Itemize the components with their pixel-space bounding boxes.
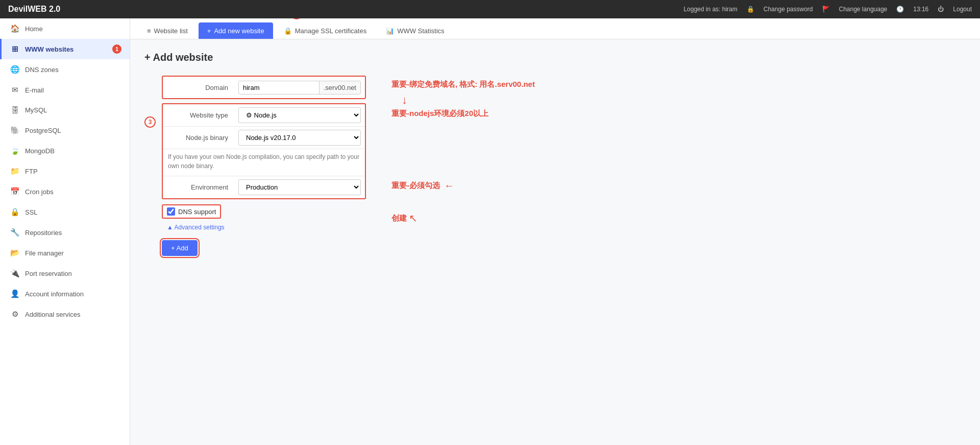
- arrow-down-1: ↓: [402, 93, 535, 107]
- annotation-text-4: 创建: [391, 214, 407, 223]
- sidebar-item-account-information[interactable]: 👤 Account information: [0, 284, 130, 304]
- tab-add-new-website[interactable]: + Add new website: [199, 22, 273, 39]
- sidebar-item-www-websites[interactable]: ⊞ WWW websites 1: [0, 39, 130, 59]
- annotation-text-2: 重要-nodejs环境必须20以上: [391, 109, 488, 118]
- home-icon: 🏠: [10, 24, 20, 33]
- ssl-icon: 🔒: [10, 207, 20, 217]
- ssl-tab-icon: 🔒: [284, 27, 292, 35]
- environment-row: Environment Production Development: [163, 176, 365, 198]
- step-2-badge: 2: [291, 18, 302, 19]
- environment-label: Environment: [163, 179, 234, 195]
- cron-icon: 📅: [10, 187, 20, 196]
- tab-label-www-statistics: WWW Statistics: [397, 27, 444, 35]
- annotation-2: 重要-nodejs环境必须20以上: [391, 109, 535, 119]
- domain-field: .serv00.net: [234, 78, 365, 98]
- stats-icon: 📊: [386, 27, 394, 35]
- dns-support-box: DNS support: [162, 204, 221, 219]
- sidebar-label-mongodb: MongoDB: [25, 147, 55, 155]
- nodejs-binary-row: Node.js binary Node.js v20.17.0 Node.js …: [163, 127, 365, 149]
- environment-select[interactable]: Production Development: [238, 179, 361, 195]
- sidebar-label-email: E-mail: [25, 86, 44, 94]
- flag-icon: 🚩: [822, 6, 830, 13]
- brand-title: DevilWEB 2.0: [8, 5, 60, 14]
- account-icon: 👤: [10, 289, 20, 298]
- domain-label: Domain: [163, 80, 234, 96]
- sidebar-item-mysql[interactable]: 🗄 MySQL: [0, 100, 130, 120]
- email-icon: ✉: [10, 85, 20, 95]
- dns-icon: 🌐: [10, 65, 20, 74]
- nodejs-binary-field: Node.js v20.17.0 Node.js v18.0.0: [234, 127, 365, 149]
- sidebar: 🏠 Home ⊞ WWW websites 1 🌐 DNS zones ✉ E-…: [0, 18, 130, 445]
- tab-manage-ssl[interactable]: 🔒 Manage SSL certificates: [275, 22, 375, 39]
- sidebar-label-mysql: MySQL: [25, 106, 47, 114]
- sidebar-item-ssl[interactable]: 🔒 SSL: [0, 202, 130, 222]
- mysql-icon: 🗄: [10, 106, 20, 114]
- sidebar-label-dns-zones: DNS zones: [25, 66, 59, 74]
- clock-icon: 🕐: [896, 6, 904, 13]
- tab-bar: 2 ≡ Website list + Add new website 🔒 Man…: [130, 18, 980, 39]
- nodejs-help-text: If you have your own Node.js compilation…: [163, 149, 365, 176]
- sidebar-item-repositories[interactable]: 🔧 Repositories: [0, 222, 130, 243]
- grid-icon: ⊞: [10, 44, 20, 54]
- domain-row: Domain .serv00.net: [163, 77, 365, 98]
- change-password-link[interactable]: Change password: [764, 6, 813, 13]
- form-section: Domain .serv00.net: [162, 76, 366, 256]
- sidebar-item-postgresql[interactable]: 🐘 PostgreSQL: [0, 120, 130, 140]
- topbar: DevilWEB 2.0 Logged in as: hiram 🔒 Chang…: [0, 0, 980, 18]
- dns-support-row: DNS support: [162, 204, 366, 219]
- tab-website-list[interactable]: ≡ Website list: [138, 22, 197, 39]
- tab-www-statistics[interactable]: 📊 WWW Statistics: [377, 22, 453, 39]
- domain-row-container: Domain .serv00.net: [162, 76, 366, 99]
- step-3-badge: 3: [144, 116, 156, 128]
- domain-input-wrapper: .serv00.net: [238, 81, 361, 95]
- port-icon: 🔌: [10, 269, 20, 278]
- ftp-icon: 📁: [10, 167, 20, 176]
- logged-in-text: Logged in as: hiram: [683, 6, 737, 13]
- sidebar-label-postgresql: PostgreSQL: [25, 127, 61, 134]
- dns-support-checkbox[interactable]: [167, 207, 175, 216]
- nodejs-binary-select[interactable]: Node.js v20.17.0 Node.js v18.0.0: [238, 130, 361, 146]
- repo-icon: 🔧: [10, 228, 20, 237]
- logout-link[interactable]: Logout: [953, 6, 972, 13]
- change-language-link[interactable]: Change language: [839, 6, 888, 13]
- sidebar-item-port-reservation[interactable]: 🔌 Port reservation: [0, 263, 130, 284]
- sidebar-label-www-websites: WWW websites: [25, 45, 74, 53]
- sidebar-item-cron-jobs[interactable]: 📅 Cron jobs: [0, 181, 130, 202]
- tab-label-manage-ssl: Manage SSL certificates: [295, 27, 366, 35]
- annotations-section: 重要-绑定免费域名, 格式: 用名.serv00.net ↓ 重要-nodejs…: [366, 76, 535, 224]
- annotation-text-1: 重要-绑定免费域名, 格式: 用名.serv00.net: [391, 80, 535, 88]
- sidebar-label-cron-jobs: Cron jobs: [25, 188, 54, 196]
- sidebar-item-mongodb[interactable]: 🍃 MongoDB: [0, 140, 130, 161]
- sidebar-item-dns-zones[interactable]: 🌐 DNS zones: [0, 59, 130, 80]
- main-layout: 🏠 Home ⊞ WWW websites 1 🌐 DNS zones ✉ E-…: [0, 18, 980, 445]
- domain-input[interactable]: [239, 81, 319, 94]
- sidebar-item-file-manager[interactable]: 📂 File manager: [0, 243, 130, 263]
- tab-label-add-new-website: Add new website: [214, 27, 264, 35]
- domain-suffix: .serv00.net: [319, 81, 360, 94]
- power-icon: ⏻: [938, 6, 944, 13]
- sidebar-item-additional-services[interactable]: ⚙ Additional services: [0, 304, 130, 324]
- advanced-settings-area: ▲ Advanced settings: [162, 222, 366, 236]
- nodejs-binary-label: Node.js binary: [163, 130, 234, 146]
- www-websites-badge: 1: [112, 44, 121, 54]
- advanced-settings-link[interactable]: ▲ Advanced settings: [162, 222, 366, 236]
- sidebar-label-port-reservation: Port reservation: [25, 270, 72, 277]
- topbar-right: Logged in as: hiram 🔒 Change password 🚩 …: [683, 6, 972, 13]
- website-type-row: Website type ⚙ Node.js PHP Static: [163, 104, 365, 127]
- sidebar-item-home[interactable]: 🏠 Home: [0, 18, 130, 39]
- add-button-area: + Add: [162, 240, 366, 256]
- page-content: + Add website 3 Domain: [130, 39, 980, 268]
- annotation-1: 重要-绑定免费域名, 格式: 用名.serv00.net: [391, 80, 535, 89]
- sidebar-item-email[interactable]: ✉ E-mail: [0, 80, 130, 100]
- add-button[interactable]: + Add: [162, 240, 198, 256]
- list-icon: ≡: [147, 27, 151, 35]
- sidebar-label-ssl: SSL: [25, 208, 38, 216]
- sidebar-item-ftp[interactable]: 📁 FTP: [0, 161, 130, 181]
- dns-support-label: DNS support: [178, 208, 216, 216]
- sidebar-label-file-manager: File manager: [25, 249, 64, 257]
- content-with-annotations: 3 Domain .serv00.net: [144, 76, 966, 256]
- sidebar-label-repositories: Repositories: [25, 229, 62, 237]
- main-content: 2 ≡ Website list + Add new website 🔒 Man…: [130, 18, 980, 445]
- sidebar-label-additional-services: Additional services: [25, 311, 80, 318]
- website-type-select[interactable]: ⚙ Node.js PHP Static: [238, 107, 361, 123]
